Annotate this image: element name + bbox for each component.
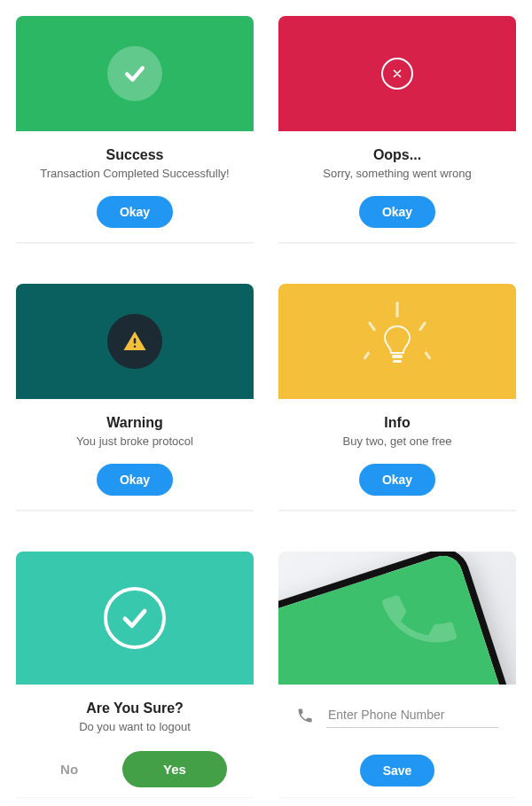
info-dialog: Info Buy two, get one free Okay bbox=[278, 284, 516, 511]
warning-okay-button[interactable]: Okay bbox=[97, 464, 173, 496]
warning-icon bbox=[107, 314, 162, 369]
phone-dialog: Your Number Enter your phone number to c… bbox=[278, 552, 516, 797]
confirm-yes-button[interactable]: Yes bbox=[122, 751, 227, 787]
svg-rect-0 bbox=[134, 338, 137, 343]
confirm-title: Are You Sure? bbox=[16, 700, 254, 716]
info-hero bbox=[278, 284, 516, 399]
warning-hero bbox=[16, 284, 254, 399]
svg-rect-1 bbox=[134, 345, 137, 348]
error-actions: Okay bbox=[278, 196, 516, 228]
phone-input-row bbox=[278, 685, 516, 733]
phone-hero: Your Number Enter your phone number to c… bbox=[278, 552, 516, 685]
confirm-no-button[interactable]: No bbox=[43, 751, 96, 787]
success-actions: Okay bbox=[16, 196, 254, 228]
check-icon bbox=[104, 587, 166, 649]
phone-number-input[interactable] bbox=[326, 702, 498, 728]
warning-actions: Okay bbox=[16, 464, 254, 496]
warning-dialog: Warning You just broke protocol Okay bbox=[16, 284, 254, 511]
info-title: Info bbox=[278, 415, 516, 431]
success-hero bbox=[16, 16, 254, 131]
lightbulb-icon bbox=[362, 301, 433, 381]
confirm-actions: No Yes bbox=[16, 751, 254, 787]
svg-rect-3 bbox=[393, 360, 402, 363]
success-okay-button[interactable]: Okay bbox=[97, 196, 173, 228]
phone-icon bbox=[296, 707, 314, 724]
phone-save-button[interactable]: Save bbox=[360, 755, 435, 786]
error-title: Oops... bbox=[278, 147, 516, 163]
divider bbox=[278, 510, 516, 511]
warning-message: You just broke protocol bbox=[16, 434, 254, 448]
error-okay-button[interactable]: Okay bbox=[359, 196, 435, 228]
divider bbox=[278, 242, 516, 243]
divider bbox=[16, 242, 254, 243]
info-actions: Okay bbox=[278, 464, 516, 496]
success-message: Transaction Completed Successfully! bbox=[16, 167, 254, 180]
warning-title: Warning bbox=[16, 415, 254, 431]
confirm-dialog: Are You Sure? Do you want to logout No Y… bbox=[16, 552, 254, 797]
svg-rect-2 bbox=[392, 355, 403, 358]
success-dialog: Success Transaction Completed Successful… bbox=[16, 16, 254, 243]
phone-handset-icon bbox=[369, 569, 469, 669]
confirm-message: Do you want to logout bbox=[16, 720, 254, 733]
close-icon bbox=[381, 58, 413, 90]
error-hero bbox=[278, 16, 516, 131]
error-dialog: Oops... Sorry, something went wrong Okay bbox=[278, 16, 516, 243]
error-message: Sorry, something went wrong bbox=[278, 167, 516, 180]
phone-illustration: Your Number Enter your phone number to c… bbox=[278, 552, 516, 685]
divider bbox=[16, 510, 254, 511]
info-okay-button[interactable]: Okay bbox=[359, 464, 435, 496]
check-icon bbox=[107, 46, 162, 101]
phone-actions: Save bbox=[278, 755, 516, 786]
success-title: Success bbox=[16, 147, 254, 163]
confirm-hero bbox=[16, 552, 254, 685]
info-message: Buy two, get one free bbox=[278, 434, 516, 448]
